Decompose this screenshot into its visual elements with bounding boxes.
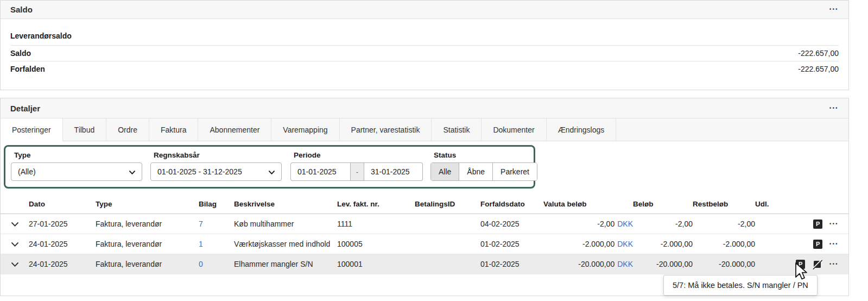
tab-varemapping[interactable]: Varemapping bbox=[271, 118, 339, 141]
status-option-alle[interactable]: Alle bbox=[431, 163, 459, 180]
table-row[interactable]: 27-01-2025 Faktura, leverandør 7 Køb mul… bbox=[1, 214, 848, 234]
cell-type: Faktura, leverandør bbox=[96, 214, 199, 234]
currency-link[interactable]: DKK bbox=[617, 260, 633, 268]
cell-lev-fakt-nr: 1111 bbox=[337, 214, 415, 234]
row-more-icon[interactable]: ••• bbox=[829, 262, 839, 267]
fiscalyear-label: Regnskabsår bbox=[154, 151, 290, 159]
cell-dato: 27-01-2025 bbox=[29, 214, 96, 234]
parked-icon[interactable]: P bbox=[796, 260, 805, 269]
filter-box: Type (Alle) Regnskabsår 01-01-2025 - 31-… bbox=[4, 145, 535, 189]
row-more-icon[interactable]: ••• bbox=[829, 242, 839, 247]
cell-betalingsid bbox=[415, 254, 480, 274]
row-expander-icon[interactable] bbox=[11, 260, 18, 268]
cell-beloeb: -20.000,00 bbox=[633, 254, 693, 274]
col-valuta-beloeb[interactable]: Valuta beløb bbox=[543, 196, 633, 214]
saldo-body: Leverandørsaldo Saldo -222.657,00 Forfal… bbox=[1, 19, 848, 77]
periode-range: 01-01-2025 - 31-01-2025 bbox=[290, 162, 423, 181]
col-beskrivelse[interactable]: Beskrivelse bbox=[234, 196, 337, 214]
bilag-link[interactable]: 7 bbox=[199, 220, 203, 228]
detaljer-panel-header: Detaljer ••• bbox=[1, 98, 848, 118]
cell-beloeb: -2,00 bbox=[633, 214, 693, 234]
row-expander-icon[interactable] bbox=[11, 220, 18, 228]
tab-posteringer[interactable]: Posteringer bbox=[1, 118, 63, 141]
cell-valuta-beloeb: -2.000,00 bbox=[582, 240, 614, 248]
col-beloeb[interactable]: Beløb bbox=[633, 196, 693, 214]
tab-tilbud[interactable]: Tilbud bbox=[63, 118, 107, 141]
cell-type: Faktura, leverandør bbox=[96, 234, 199, 254]
postings-table: Dato Type Bilag Beskrivelse Lev. fakt. n… bbox=[1, 196, 848, 274]
col-lev-fakt-nr[interactable]: Lev. fakt. nr. bbox=[337, 196, 415, 214]
detaljer-tabbar: Posteringer Tilbud Ordre Faktura Abonnem… bbox=[1, 118, 848, 141]
periode-separator: - bbox=[350, 162, 364, 181]
filter-type-label: Type bbox=[14, 151, 150, 159]
cell-udl bbox=[755, 214, 787, 234]
row-expander-icon[interactable] bbox=[11, 240, 18, 248]
cell-udl bbox=[755, 234, 787, 254]
col-betalingsid[interactable]: BetalingsID bbox=[415, 196, 480, 214]
forfalden-row: Forfalden -222.657,00 bbox=[10, 61, 839, 77]
tab-statistik[interactable]: Statistik bbox=[432, 118, 481, 141]
cell-beskrivelse: Køb multihammer bbox=[234, 214, 337, 234]
forfalden-row-label: Forfalden bbox=[10, 65, 45, 73]
saldo-panel-title: Saldo bbox=[10, 5, 33, 14]
tab-ordre[interactable]: Ordre bbox=[106, 118, 149, 141]
filter-status-group: Status Alle Åbne Parkeret bbox=[430, 150, 537, 187]
cell-dato: 24-01-2025 bbox=[29, 234, 96, 254]
tab-partner-varestatistik[interactable]: Partner, varestatistik bbox=[340, 118, 432, 141]
bilag-link[interactable]: 0 bbox=[199, 260, 203, 268]
currency-link[interactable]: DKK bbox=[617, 240, 633, 248]
parked-icon[interactable]: P bbox=[813, 220, 822, 229]
currency-link[interactable]: DKK bbox=[617, 220, 633, 228]
status-option-aabne[interactable]: Åbne bbox=[459, 163, 493, 180]
cell-valuta-beloeb: -2,00 bbox=[597, 220, 614, 228]
cell-forfaldsdato: 01-02-2025 bbox=[480, 234, 543, 254]
col-udl[interactable]: Udl. bbox=[755, 196, 787, 214]
saldo-panel-header: Saldo ••• bbox=[1, 1, 848, 19]
cell-forfaldsdato: 04-02-2025 bbox=[480, 214, 543, 234]
tab-aendringslogs[interactable]: Ændringslogs bbox=[547, 118, 617, 141]
saldo-row: Saldo -222.657,00 bbox=[10, 46, 839, 61]
payment-blocked-icon[interactable] bbox=[812, 259, 822, 269]
type-select[interactable]: (Alle) bbox=[11, 162, 142, 181]
col-forfaldsdato[interactable]: Forfaldsdato bbox=[480, 196, 543, 214]
col-bilag[interactable]: Bilag bbox=[199, 196, 234, 214]
status-segmented-control: Alle Åbne Parkeret bbox=[430, 162, 537, 181]
detaljer-more-icon[interactable]: ••• bbox=[829, 106, 839, 111]
saldo-more-icon[interactable]: ••• bbox=[829, 7, 839, 12]
periode-to-input[interactable]: 31-01-2025 bbox=[364, 162, 423, 181]
filter-fiscalyear-group: Regnskabsår 01-01-2025 - 31-12-2025 bbox=[150, 150, 290, 187]
col-dato[interactable]: Dato bbox=[29, 196, 96, 214]
payment-blocked-tooltip: 5/7: Må ikke betales. S/N mangler / PN bbox=[663, 275, 818, 296]
cell-beloeb: -2.000,00 bbox=[633, 234, 693, 254]
expander-header bbox=[1, 196, 29, 214]
table-row[interactable]: 24-01-2025 Faktura, leverandør 0 Elhamme… bbox=[1, 254, 848, 274]
status-option-parkeret[interactable]: Parkeret bbox=[493, 163, 537, 180]
tab-abonnementer[interactable]: Abonnementer bbox=[198, 118, 271, 141]
saldo-panel: Saldo ••• Leverandørsaldo Saldo -222.657… bbox=[0, 0, 849, 90]
cell-beskrivelse: Værktøjskasser med indhold bbox=[234, 234, 337, 254]
col-restbeloeb[interactable]: Restbeløb bbox=[693, 196, 755, 214]
tab-faktura[interactable]: Faktura bbox=[149, 118, 198, 141]
table-row[interactable]: 24-01-2025 Faktura, leverandør 1 Værktøj… bbox=[1, 234, 848, 254]
fiscalyear-select[interactable]: 01-01-2025 - 31-12-2025 bbox=[150, 162, 282, 181]
detaljer-panel-title: Detaljer bbox=[10, 104, 40, 113]
parked-icon[interactable]: P bbox=[813, 240, 822, 249]
bilag-link[interactable]: 1 bbox=[199, 240, 203, 248]
tab-dokumenter[interactable]: Dokumenter bbox=[481, 118, 546, 141]
forfalden-row-value: -222.657,00 bbox=[798, 65, 839, 73]
detaljer-panel: Detaljer ••• Posteringer Tilbud Ordre Fa… bbox=[0, 98, 849, 296]
cell-restbeloeb: -2.000,00 bbox=[693, 234, 755, 254]
chevron-down-icon bbox=[269, 167, 275, 176]
col-type[interactable]: Type bbox=[96, 196, 199, 214]
saldo-row-value: -222.657,00 bbox=[798, 49, 839, 58]
cell-beskrivelse: Elhammer mangler S/N bbox=[234, 254, 337, 274]
cell-lev-fakt-nr: 100005 bbox=[337, 234, 415, 254]
saldo-section-title: Leverandørsaldo bbox=[10, 26, 839, 46]
cell-dato: 24-01-2025 bbox=[29, 254, 96, 274]
filter-type-group: Type (Alle) bbox=[11, 150, 150, 187]
cell-valuta-beloeb: -20.000,00 bbox=[578, 260, 614, 268]
periode-from-input[interactable]: 01-01-2025 bbox=[290, 162, 350, 181]
table-header-row: Dato Type Bilag Beskrivelse Lev. fakt. n… bbox=[1, 196, 848, 214]
row-more-icon[interactable]: ••• bbox=[829, 222, 839, 227]
cell-betalingsid bbox=[415, 214, 480, 234]
